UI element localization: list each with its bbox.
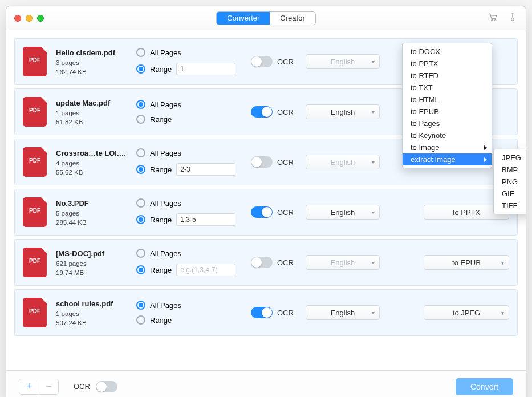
all-pages-radio[interactable] bbox=[136, 249, 145, 258]
range-radio[interactable] bbox=[136, 215, 145, 224]
file-row[interactable]: [MS-DOC].pdf621 pages19.74 MBAll PagesRa… bbox=[14, 239, 518, 286]
mode-segmented-control: Converter Creator bbox=[216, 11, 315, 25]
range-label: Range bbox=[150, 316, 172, 325]
format-select[interactable]: to EPUB▾ bbox=[424, 255, 509, 270]
ocr-toggle[interactable] bbox=[251, 257, 273, 268]
range-radio[interactable] bbox=[136, 165, 145, 174]
language-select[interactable]: English▾ bbox=[306, 305, 380, 320]
language-select[interactable]: English▾ bbox=[306, 205, 380, 220]
range-input[interactable] bbox=[176, 213, 235, 226]
all-pages-radio[interactable] bbox=[136, 48, 145, 57]
svg-point-0 bbox=[492, 19, 493, 21]
menu-item[interactable]: to PPTX bbox=[403, 58, 492, 70]
all-pages-radio[interactable] bbox=[136, 148, 145, 157]
all-pages-label: All Pages bbox=[150, 149, 181, 157]
pdf-file-icon bbox=[23, 197, 47, 227]
add-remove-group: + − bbox=[19, 379, 59, 395]
range-radio[interactable] bbox=[136, 115, 145, 124]
chevron-down-icon: ▾ bbox=[372, 260, 375, 266]
page-selection: All PagesRange bbox=[136, 148, 242, 176]
submenu-item[interactable]: PNG bbox=[494, 176, 526, 188]
tab-converter[interactable]: Converter bbox=[217, 12, 270, 25]
menu-item[interactable]: to Pages bbox=[403, 118, 492, 129]
ocr-toggle[interactable] bbox=[251, 156, 273, 168]
language-select[interactable]: English▾ bbox=[306, 155, 380, 169]
menu-item[interactable]: to Image bbox=[403, 141, 492, 153]
global-ocr-toggle[interactable] bbox=[96, 381, 117, 392]
close-window-button[interactable] bbox=[14, 15, 21, 22]
ocr-group: OCR bbox=[251, 56, 297, 67]
language-select[interactable]: English▾ bbox=[306, 54, 380, 69]
language-value: English bbox=[331, 309, 355, 317]
all-pages-radio[interactable] bbox=[136, 301, 145, 310]
menu-item[interactable]: to TXT bbox=[403, 82, 492, 94]
file-size: 285.44 KB bbox=[56, 219, 127, 226]
page-selection: All PagesRange bbox=[136, 198, 242, 226]
submenu-item[interactable]: BMP bbox=[494, 164, 526, 176]
range-input[interactable] bbox=[176, 163, 235, 176]
range-input[interactable] bbox=[176, 63, 235, 75]
ocr-toggle[interactable] bbox=[251, 56, 273, 67]
ocr-label: OCR bbox=[277, 58, 294, 66]
range-label: Range bbox=[150, 65, 172, 74]
ocr-label: OCR bbox=[277, 309, 294, 317]
language-value: English bbox=[331, 158, 355, 167]
language-select-wrap: English▾ bbox=[306, 205, 380, 220]
toolbar-icons bbox=[488, 12, 518, 25]
add-file-button[interactable]: + bbox=[19, 379, 39, 394]
range-radio[interactable] bbox=[136, 265, 145, 274]
file-name: school rules.pdf bbox=[56, 299, 127, 308]
menu-item[interactable]: to HTML bbox=[403, 94, 492, 106]
ocr-toggle[interactable] bbox=[251, 307, 273, 318]
language-value: English bbox=[331, 258, 355, 267]
ocr-label: OCR bbox=[277, 108, 294, 116]
file-row[interactable]: No.3.PDF5 pages285.44 KBAll PagesRangeOC… bbox=[14, 189, 518, 236]
all-pages-radio[interactable] bbox=[136, 100, 145, 109]
svg-point-1 bbox=[495, 19, 496, 21]
chevron-down-icon: ▾ bbox=[372, 209, 375, 216]
thermometer-icon[interactable] bbox=[507, 12, 518, 25]
menu-item[interactable]: to EPUB bbox=[403, 106, 492, 118]
menu-item[interactable]: extract Image bbox=[403, 153, 492, 165]
submenu-item[interactable]: GIF bbox=[494, 188, 526, 200]
menu-item[interactable]: to DOCX bbox=[403, 46, 492, 58]
range-radio[interactable] bbox=[136, 64, 145, 74]
cart-icon[interactable] bbox=[488, 12, 498, 25]
file-pages: 1 pages bbox=[56, 110, 127, 116]
all-pages-radio[interactable] bbox=[136, 198, 145, 208]
submenu-item[interactable]: TIFF bbox=[494, 200, 526, 212]
file-pages: 1 pages bbox=[56, 310, 127, 317]
remove-file-button[interactable]: − bbox=[39, 379, 58, 394]
submenu-item[interactable]: JPEG bbox=[494, 152, 526, 164]
titlebar: Converter Creator bbox=[6, 6, 526, 30]
format-menu[interactable]: to DOCXto PPTXto RTFDto TXTto HTMLto EPU… bbox=[402, 43, 492, 168]
convert-button[interactable]: Convert bbox=[456, 378, 513, 395]
tab-creator[interactable]: Creator bbox=[270, 12, 315, 25]
minimize-window-button[interactable] bbox=[26, 15, 33, 22]
file-name: Hello cisdem.pdf bbox=[56, 48, 127, 57]
file-name: [MS-DOC].pdf bbox=[56, 249, 127, 258]
language-select[interactable]: English▾ bbox=[306, 255, 380, 270]
file-info: school rules.pdf1 pages507.24 KB bbox=[56, 299, 127, 326]
range-radio[interactable] bbox=[136, 315, 145, 325]
format-select[interactable]: to JPEG▾ bbox=[424, 305, 509, 320]
ocr-toggle[interactable] bbox=[251, 206, 273, 218]
file-row[interactable]: school rules.pdf1 pages507.24 KBAll Page… bbox=[14, 289, 518, 336]
menu-item[interactable]: to Keynote bbox=[403, 129, 492, 141]
global-ocr-label: OCR bbox=[74, 382, 90, 391]
maximize-window-button[interactable] bbox=[37, 15, 44, 22]
range-input[interactable] bbox=[176, 264, 235, 276]
file-name: Crossroa…te LOI.pdf bbox=[56, 149, 127, 157]
pdf-file-icon bbox=[23, 147, 47, 177]
menu-item[interactable]: to RTFD bbox=[403, 70, 492, 82]
file-info: [MS-DOC].pdf621 pages19.74 MB bbox=[56, 249, 127, 276]
ocr-toggle[interactable] bbox=[251, 106, 273, 118]
all-pages-label: All Pages bbox=[150, 249, 181, 258]
format-submenu[interactable]: JPEGBMPPNGGIFTIFF bbox=[493, 149, 526, 214]
format-value: to JPEG bbox=[453, 309, 480, 317]
chevron-down-icon: ▾ bbox=[372, 59, 375, 65]
language-select[interactable]: English▾ bbox=[306, 104, 380, 119]
file-size: 507.24 KB bbox=[56, 319, 127, 326]
file-size: 51.82 KB bbox=[56, 119, 127, 125]
format-select-wrap: to EPUB▾ bbox=[424, 255, 509, 270]
